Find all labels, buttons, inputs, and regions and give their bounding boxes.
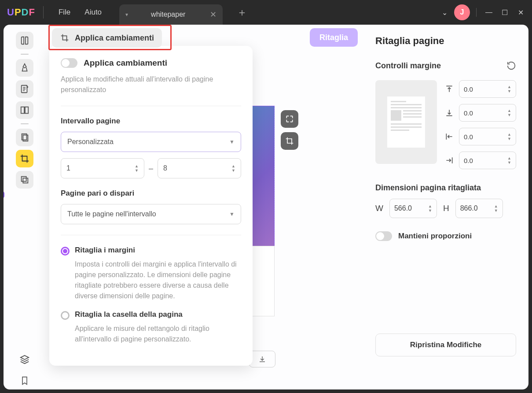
range-to-input[interactable]: 8 ▲▼ (158, 158, 241, 178)
keep-ratio-label: Mantieni proporzioni (398, 232, 472, 241)
bookmark-button[interactable] (16, 372, 33, 389)
svg-rect-2 (25, 107, 28, 114)
right-panel: Ritaglia pagine Controlli margine (363, 25, 528, 389)
rail-separator (21, 54, 29, 55)
apply-changes-button[interactable]: Applica cambiamenti (52, 28, 162, 48)
titlebar: UPDF File Aiuto ▾ whitepaper ✕ ＋ ⌄ J — ☐… (0, 0, 532, 25)
divider (476, 8, 477, 17)
margin-left-icon (444, 131, 455, 142)
spinner-icon[interactable]: ▲▼ (507, 156, 511, 165)
margin-bottom-value: 0.0 (464, 109, 473, 117)
stack-button[interactable] (16, 351, 33, 368)
odd-even-label: Pagine pari o dispari (61, 189, 241, 198)
range-to-value: 8 (163, 164, 167, 172)
spinner-icon[interactable]: ▲▼ (507, 85, 511, 93)
tab-title: whitepaper (151, 11, 185, 19)
download-button[interactable] (249, 351, 275, 367)
height-value: 866.0 (460, 204, 478, 212)
margin-top-input[interactable]: 0.0▲▼ (459, 80, 516, 98)
pages-button[interactable] (16, 101, 33, 119)
svg-rect-6 (23, 178, 28, 183)
menu-file[interactable]: File (51, 5, 77, 19)
apply-button-label: Applica cambiamenti (75, 33, 154, 43)
content-area: Applica cambiamenti Ritaglia (4, 25, 363, 389)
margin-right-value: 0.0 (464, 157, 473, 164)
panel-title: Ritaglia pagine (375, 35, 516, 47)
range-from-value: 1 (66, 164, 70, 172)
chevron-down-icon: ▼ (229, 139, 235, 145)
width-input[interactable]: 566.0▲▼ (389, 199, 437, 218)
margin-left-value: 0.0 (464, 133, 473, 141)
dropdown-icon[interactable]: ⌄ (437, 4, 452, 20)
margin-right-icon (444, 155, 455, 166)
restore-changes-button[interactable]: Ripristina Modifiche (375, 334, 516, 356)
page-thumbnail (375, 80, 437, 164)
range-from-input[interactable]: 1 ▲▼ (61, 158, 144, 178)
highlight-button[interactable] (16, 59, 33, 77)
margin-left-input[interactable]: 0.0▲▼ (459, 128, 516, 145)
crop-action-button[interactable]: Ritaglia (310, 28, 358, 47)
width-value: 566.0 (394, 204, 412, 212)
chevron-down-icon: ▼ (229, 211, 235, 217)
menu-help[interactable]: Aiuto (77, 5, 109, 19)
crop-button[interactable] (16, 150, 33, 167)
crop-box-label: Ritaglia la casella della pagina (75, 310, 183, 320)
range-select-value: Personalizzata (67, 138, 114, 146)
minimize-button[interactable]: — (481, 4, 497, 20)
apply-changes-popover: Applica cambiamenti Applica le modifiche… (49, 46, 253, 366)
crop-box-radio[interactable] (61, 311, 70, 320)
margin-top-value: 0.0 (464, 85, 473, 93)
organize-button[interactable] (16, 129, 33, 146)
spinner-icon[interactable]: ▲▼ (494, 204, 498, 213)
divider (61, 106, 241, 106)
svg-rect-1 (21, 107, 24, 114)
range-dash: – (149, 164, 153, 173)
page-range-label: Intervallo pagine (61, 117, 241, 126)
margin-bottom-input[interactable]: 0.0▲▼ (459, 104, 516, 122)
add-tab-button[interactable]: ＋ (237, 5, 247, 19)
popover-title: Applica cambiamenti (84, 58, 167, 68)
keep-ratio-toggle[interactable] (375, 231, 392, 241)
maximize-button[interactable]: ☐ (497, 4, 513, 20)
margin-controls-label: Controlli margine (375, 61, 441, 70)
odd-even-select[interactable]: Tutte le pagine nell'intervallo ▼ (61, 204, 241, 224)
spinner-icon[interactable]: ▲▼ (507, 109, 511, 117)
apply-toggle[interactable] (61, 58, 77, 68)
close-window-button[interactable]: ✕ (513, 4, 528, 20)
cropped-dim-label: Dimensioni pagina ritagliata (375, 183, 516, 193)
edit-button[interactable] (16, 80, 33, 98)
crop-selection-button[interactable] (281, 132, 298, 150)
app-logo: UPDF (7, 7, 35, 18)
height-input[interactable]: 866.0▲▼ (455, 199, 503, 218)
width-label: W (375, 204, 383, 213)
reset-margins-button[interactable] (506, 61, 516, 70)
margin-top-icon (444, 84, 455, 94)
reader-mode-button[interactable] (16, 32, 33, 49)
popover-description: Applica le modifiche attuali all'interva… (61, 74, 241, 95)
spinner-icon[interactable]: ▲▼ (428, 204, 432, 213)
height-label: H (443, 204, 449, 213)
odd-even-value: Tutte le pagine nell'intervallo (67, 210, 156, 218)
svg-rect-5 (22, 177, 26, 182)
range-select[interactable]: Personalizzata ▼ (61, 132, 241, 152)
main-area: Applica cambiamenti Ritaglia (46, 25, 363, 389)
layers-button[interactable] (16, 171, 33, 189)
margin-right-input[interactable]: 0.0▲▼ (459, 152, 516, 169)
avatar[interactable]: J (454, 4, 470, 20)
divider (43, 6, 44, 19)
fit-screen-button[interactable] (281, 110, 298, 128)
spinner-icon[interactable]: ▲▼ (507, 133, 511, 141)
tab-pin-icon: ▾ (125, 11, 128, 18)
left-rail (4, 25, 46, 389)
margin-bottom-icon (444, 108, 455, 118)
rail-separator (21, 123, 29, 124)
document-tab[interactable]: ▾ whitepaper ✕ (119, 4, 223, 25)
crop-margins-label: Ritaglia i margini (75, 246, 135, 256)
crop-margins-radio[interactable] (61, 247, 70, 256)
spinner-icon[interactable]: ▲▼ (231, 164, 235, 173)
crop-margins-desc: Imposta i controlli dei margini e applic… (75, 259, 241, 301)
tab-close-icon[interactable]: ✕ (210, 10, 216, 19)
spinner-icon[interactable]: ▲▼ (135, 164, 139, 173)
apply-icon (60, 33, 70, 43)
divider (61, 235, 241, 235)
